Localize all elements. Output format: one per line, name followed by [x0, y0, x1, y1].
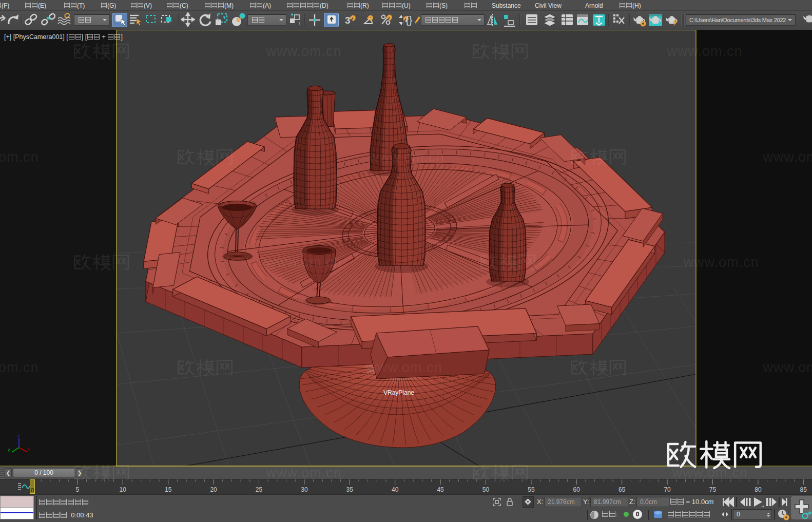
svg-text:40: 40	[392, 486, 399, 493]
svg-text:70: 70	[664, 486, 671, 493]
svg-text:20: 20	[210, 486, 217, 493]
svg-text:35: 35	[346, 486, 354, 493]
svg-text:3: 3	[345, 15, 351, 26]
svg-text:65: 65	[618, 486, 626, 493]
svg-text:85: 85	[800, 486, 807, 493]
svg-text:75: 75	[709, 486, 717, 493]
svg-text:VRayPlane: VRayPlane	[383, 389, 414, 396]
svg-text:30: 30	[301, 486, 308, 493]
svg-text:10: 10	[120, 486, 127, 493]
svg-text:x: x	[27, 447, 30, 452]
svg-text:25: 25	[256, 486, 263, 493]
svg-text:45: 45	[437, 486, 444, 493]
svg-text:80: 80	[755, 486, 762, 493]
svg-text:50: 50	[482, 486, 490, 493]
svg-text:15: 15	[165, 486, 172, 493]
svg-text:55: 55	[528, 486, 535, 493]
svg-text:z: z	[17, 433, 20, 438]
svg-text:{}: {}	[405, 14, 413, 26]
svg-text:5: 5	[76, 486, 80, 493]
svg-text:y: y	[8, 447, 10, 452]
svg-text:60: 60	[573, 486, 581, 493]
